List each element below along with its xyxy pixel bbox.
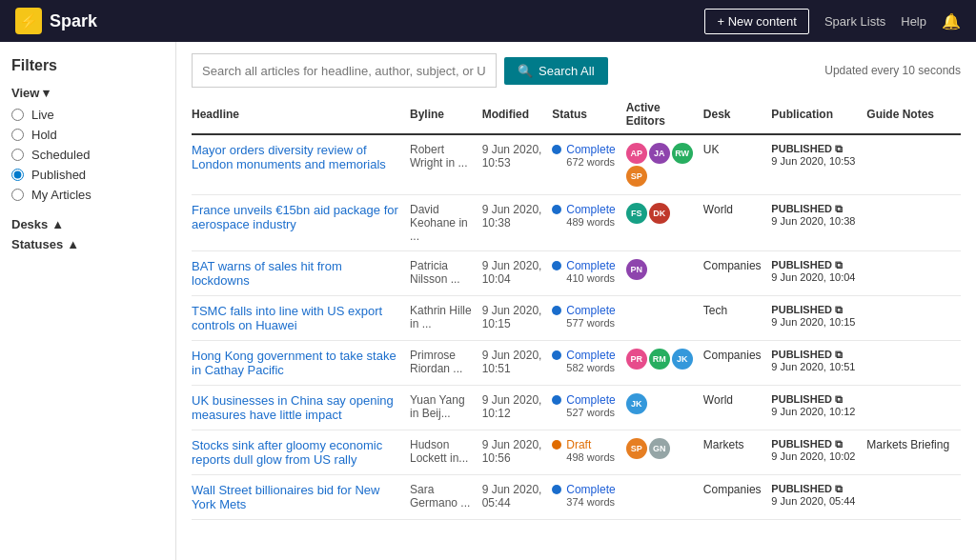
active-editors-cell: PN [626, 251, 703, 296]
col-status: Status [552, 95, 625, 134]
view-filter-toggle[interactable]: View ▾ [11, 86, 164, 100]
active-editors-cell: SPGN [626, 430, 703, 475]
modified-cell: 9 Jun 2020, 10:12 [482, 386, 553, 430]
modified-cell: 9 Jun 2020, 10:56 [482, 430, 553, 475]
active-editors-cell: JK [626, 386, 703, 430]
search-input[interactable] [192, 53, 497, 88]
publication-cell: PUBLISHED ⧉9 Jun 2020, 10:53 [771, 134, 866, 195]
desk-cell: Companies [703, 475, 772, 520]
table-row: France unveils €15bn aid package for aer… [192, 195, 961, 251]
view-radio-group: Live Hold Scheduled Published My Article… [11, 108, 164, 202]
pub-copy-icon: ⧉ [835, 349, 843, 360]
byline-cell: David Keohane in ... [410, 195, 482, 251]
active-editors-cell: PRRMJK [626, 341, 703, 386]
notification-bell-icon[interactable]: 🔔 [942, 12, 961, 30]
headline-link[interactable]: Wall Street billionaires bid for New Yor… [192, 483, 379, 511]
status-cell: Complete527 words [552, 386, 625, 430]
search-button[interactable]: 🔍 Search All [504, 57, 608, 85]
pub-copy-icon: ⧉ [835, 203, 843, 214]
col-publication: Publication [771, 95, 866, 134]
guide-notes-cell [866, 195, 961, 251]
filter-my-articles[interactable]: My Articles [11, 188, 164, 202]
pub-copy-icon: ⧉ [835, 483, 843, 494]
byline-cell: Robert Wright in ... [410, 134, 482, 195]
view-filter-section: View ▾ Live Hold Scheduled Publ [11, 86, 164, 202]
table-row: UK businesses in China say opening measu… [192, 386, 961, 430]
headline-link[interactable]: Hong Kong government to take stake in Ca… [192, 349, 396, 377]
status-dot-icon [552, 306, 561, 315]
headline-link[interactable]: Mayor orders diversity review of London … [192, 143, 386, 171]
modified-cell: 9 Jun 2020, 10:15 [482, 296, 553, 341]
avatar: SP [626, 166, 647, 187]
col-byline: Byline [410, 95, 482, 134]
spark-lists-link[interactable]: Spark Lists [824, 14, 885, 29]
avatar: RW [672, 143, 693, 164]
headline-link[interactable]: BAT warns of sales hit from lockdowns [192, 259, 342, 288]
desk-cell: Markets [703, 430, 772, 475]
table-header-row: Headline Byline Modified Status ActiveEd… [192, 95, 961, 134]
table-row: Mayor orders diversity review of London … [192, 134, 961, 195]
byline-cell: Kathrin Hille in ... [410, 296, 482, 341]
status-cell: Complete577 words [552, 296, 625, 341]
headline-link[interactable]: UK businesses in China say opening measu… [192, 393, 394, 422]
active-editors-cell [626, 475, 703, 520]
publication-cell: PUBLISHED ⧉9 Jun 2020, 05:44 [771, 475, 866, 520]
active-editors-cell [626, 296, 703, 341]
pub-copy-icon: ⧉ [835, 259, 843, 270]
avatar: RM [649, 349, 670, 370]
updated-text: Updated every 10 seconds [824, 64, 961, 77]
filter-hold[interactable]: Hold [11, 128, 164, 142]
guide-notes-cell [866, 134, 961, 195]
guide-notes-cell [866, 296, 961, 341]
status-cell: Complete410 words [552, 251, 625, 296]
filter-scheduled[interactable]: Scheduled [11, 148, 164, 162]
avatar: SP [626, 438, 647, 459]
active-editors-cell: APJARWSP [626, 134, 703, 195]
table-row: Wall Street billionaires bid for New Yor… [192, 475, 961, 520]
table-row: Stocks sink after gloomy economic report… [192, 430, 961, 475]
desk-cell: UK [703, 134, 772, 195]
status-dot-icon [552, 145, 561, 154]
desk-cell: World [703, 195, 772, 251]
modified-cell: 9 Jun 2020, 10:51 [482, 341, 553, 386]
avatar: FS [626, 203, 647, 224]
avatar: GN [649, 438, 670, 459]
headline-link[interactable]: Stocks sink after gloomy economic report… [192, 438, 382, 467]
desks-section-toggle[interactable]: Desks ▲ [11, 217, 164, 231]
status-dot-icon [552, 440, 561, 450]
modified-cell: 9 Jun 2020, 10:04 [482, 251, 553, 296]
chevron-up-icon: ▲ [67, 237, 79, 251]
guide-notes-cell [866, 341, 961, 386]
filter-live[interactable]: Live [11, 108, 164, 122]
headline-link[interactable]: France unveils €15bn aid package for aer… [192, 203, 398, 231]
statuses-section-toggle[interactable]: Statuses ▲ [11, 237, 164, 251]
byline-cell: Hudson Lockett in... [410, 430, 482, 475]
chevron-down-icon: ▾ [43, 86, 50, 100]
top-navigation: ⚡ Spark + New content Spark Lists Help 🔔 [0, 0, 976, 42]
desk-cell: Companies [703, 251, 772, 296]
status-dot-icon [552, 350, 561, 360]
col-desk: Desk [703, 95, 772, 134]
articles-table: Headline Byline Modified Status ActiveEd… [192, 95, 961, 520]
byline-cell: Sara Germano ... [410, 475, 482, 520]
headline-link[interactable]: TSMC falls into line with US export cont… [192, 304, 382, 332]
desk-cell: Companies [703, 341, 772, 386]
byline-cell: Yuan Yang in Beij... [410, 386, 482, 430]
status-cell: Draft498 words [552, 430, 625, 475]
avatar: JK [672, 349, 693, 370]
app-name: Spark [50, 11, 97, 31]
avatar: DK [649, 203, 670, 224]
guide-notes-cell [866, 386, 961, 430]
table-row: BAT warns of sales hit from lockdownsPat… [192, 251, 961, 296]
publication-cell: PUBLISHED ⧉9 Jun 2020, 10:51 [771, 341, 866, 386]
pub-copy-icon: ⧉ [835, 304, 843, 315]
filter-published[interactable]: Published [11, 168, 164, 182]
search-bar: 🔍 Search All Updated every 10 seconds [192, 53, 961, 88]
status-cell: Complete582 words [552, 341, 625, 386]
table-row: TSMC falls into line with US export cont… [192, 296, 961, 341]
new-content-button[interactable]: + New content [704, 9, 808, 34]
help-link[interactable]: Help [901, 14, 926, 29]
guide-notes-cell: Markets Briefing [866, 430, 961, 475]
modified-cell: 9 Jun 2020, 10:53 [482, 134, 553, 195]
avatar: AP [626, 143, 647, 164]
